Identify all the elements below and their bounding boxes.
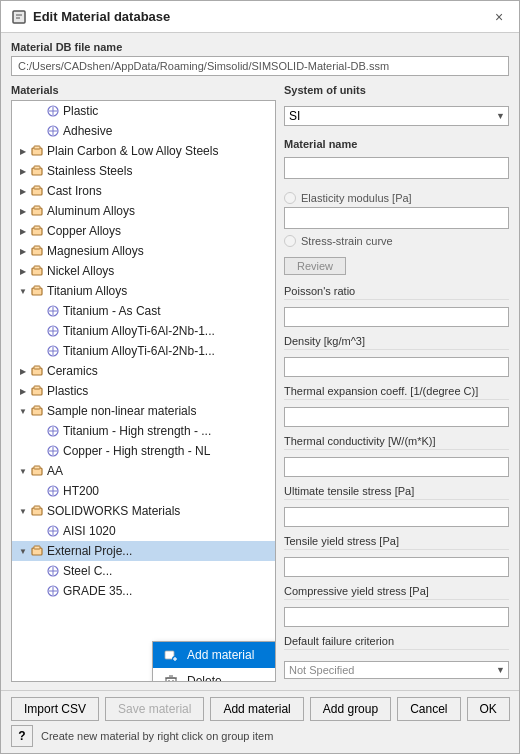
- units-select-wrapper: SI Imperial CGS ▼: [284, 103, 509, 128]
- svg-rect-22: [34, 266, 40, 269]
- materials-label: Materials: [11, 84, 276, 96]
- tree-item-label: Stainless Steels: [47, 164, 132, 178]
- elasticity-radio-group: Elasticity modulus [Pa] Stress-strain cu…: [284, 192, 509, 247]
- tree-item-sample-nonlinear[interactable]: ▼ Sample non-linear materials: [12, 401, 275, 421]
- expand-icon: ▶: [16, 164, 30, 178]
- units-row: System of units: [284, 84, 509, 96]
- expand-icon: ▶: [16, 264, 30, 278]
- tree-item-label: Nickel Alloys: [47, 264, 114, 278]
- help-button[interactable]: ?: [11, 725, 33, 747]
- expand-icon: ▼: [16, 284, 30, 298]
- mat-name-input[interactable]: [284, 157, 509, 179]
- tree-item-titanium-as-cast[interactable]: Titanium - As Cast: [12, 301, 275, 321]
- add-group-button[interactable]: Add group: [310, 697, 391, 721]
- elasticity-radio[interactable]: [284, 192, 296, 204]
- units-select[interactable]: SI Imperial CGS: [284, 106, 509, 126]
- edit-material-dialog: Edit Material database × Material DB fil…: [0, 0, 520, 754]
- close-button[interactable]: ×: [489, 7, 509, 27]
- tree-item-magnesium[interactable]: ▶ Magnesium Alloys: [12, 241, 275, 261]
- bottom-bar: Import CSV Save material Add material Ad…: [1, 690, 519, 753]
- tree-item-aa[interactable]: ▼ AA: [12, 461, 275, 481]
- tree-item-grade35[interactable]: GRADE 35...: [12, 581, 275, 601]
- tree-item-plain-carbon[interactable]: ▶ Plain Carbon & Low Alloy Steels: [12, 141, 275, 161]
- group-icon: [30, 384, 44, 398]
- svg-rect-37: [34, 386, 40, 389]
- expand-icon: ▶: [16, 384, 30, 398]
- import-csv-button[interactable]: Import CSV: [11, 697, 99, 721]
- title-bar-left: Edit Material database: [11, 9, 170, 25]
- tree-item-label: Aluminum Alloys: [47, 204, 135, 218]
- tree-item-copper[interactable]: ▶ Copper Alloys: [12, 221, 275, 241]
- svg-rect-52: [34, 506, 40, 509]
- group-icon: [30, 244, 44, 258]
- expand-icon: [32, 584, 46, 598]
- svg-rect-18: [34, 226, 40, 229]
- expand-icon: ▶: [16, 244, 30, 258]
- compressive-input[interactable]: [284, 607, 509, 627]
- svg-rect-24: [34, 286, 40, 289]
- dialog-icon: [11, 9, 27, 25]
- ok-button[interactable]: OK: [467, 697, 510, 721]
- group-icon: [30, 264, 44, 278]
- tree-item-nickel[interactable]: ▶ Nickel Alloys: [12, 261, 275, 281]
- ctx-add-material[interactable]: Add material: [153, 642, 276, 668]
- tree-item-cast-irons[interactable]: ▶ Cast Irons: [12, 181, 275, 201]
- tree-item-label: External Proje...: [47, 544, 132, 558]
- tree-item-label: GRADE 35...: [63, 584, 132, 598]
- tree-item-adhesive[interactable]: Adhesive: [12, 121, 275, 141]
- material-icon: [46, 124, 60, 138]
- expand-icon: [32, 124, 46, 138]
- tree-item-ceramics[interactable]: ▶ Ceramics: [12, 361, 275, 381]
- svg-rect-20: [34, 246, 40, 249]
- material-icon: [46, 344, 60, 358]
- ctx-delete[interactable]: Delete: [153, 668, 276, 682]
- group-icon: [30, 164, 44, 178]
- tree-item-titanium-6al-2[interactable]: Titanium AlloyTi-6Al-2Nb-1...: [12, 341, 275, 361]
- tree-item-plastics[interactable]: ▶ Plastics: [12, 381, 275, 401]
- stress-strain-label: Stress-strain curve: [301, 235, 393, 247]
- review-button[interactable]: Review: [284, 257, 346, 275]
- tree-item-steel-c[interactable]: Steel C...: [12, 561, 275, 581]
- expand-icon: [32, 304, 46, 318]
- expand-icon: ▶: [16, 364, 30, 378]
- tree-item-solidworks[interactable]: ▼ SOLIDWORKS Materials: [12, 501, 275, 521]
- left-panel: Materials Plastic: [11, 84, 276, 682]
- tree-item-label: Titanium - As Cast: [63, 304, 161, 318]
- compressive-label: Compressive yield stress [Pa]: [284, 585, 509, 600]
- material-icon: [46, 444, 60, 458]
- tree-item-titanium-high[interactable]: Titanium - High strength - ...: [12, 421, 275, 441]
- tree-container[interactable]: Plastic Adhesive ▶: [11, 100, 276, 682]
- group-icon: [30, 184, 44, 198]
- ultimate-input[interactable]: [284, 507, 509, 527]
- density-input[interactable]: [284, 357, 509, 377]
- tree-item-aluminum[interactable]: ▶ Aluminum Alloys: [12, 201, 275, 221]
- material-icon: [46, 324, 60, 338]
- expand-icon: ▶: [16, 224, 30, 238]
- expand-icon: [32, 564, 46, 578]
- ultimate-label: Ultimate tensile stress [Pa]: [284, 485, 509, 500]
- help-row: ? Create new material by right click on …: [11, 725, 509, 747]
- tree-item-titanium-6al-1[interactable]: Titanium AlloyTi-6Al-2Nb-1...: [12, 321, 275, 341]
- failure-select[interactable]: Not Specified: [284, 661, 509, 679]
- thermal-cond-input[interactable]: [284, 457, 509, 477]
- context-menu: Add material Delete Rename: [152, 641, 276, 682]
- tree-item-label: Copper Alloys: [47, 224, 121, 238]
- tree-item-plastic[interactable]: Plastic: [12, 101, 275, 121]
- tree-item-copper-high[interactable]: Copper - High strength - NL: [12, 441, 275, 461]
- material-icon: [46, 584, 60, 598]
- tree-item-titanium[interactable]: ▼ Titanium Alloys: [12, 281, 275, 301]
- tensile-input[interactable]: [284, 557, 509, 577]
- cancel-button[interactable]: Cancel: [397, 697, 460, 721]
- tree-item-ht200[interactable]: HT200: [12, 481, 275, 501]
- tree-item-stainless[interactable]: ▶ Stainless Steels: [12, 161, 275, 181]
- tree-item-aisi1020[interactable]: AISI 1020: [12, 521, 275, 541]
- elasticity-input[interactable]: [284, 207, 509, 229]
- main-panels: Materials Plastic: [11, 84, 509, 682]
- thermal-exp-input[interactable]: [284, 407, 509, 427]
- add-material-button[interactable]: Add material: [210, 697, 303, 721]
- tree-item-external-proj[interactable]: ▼ External Proje...: [12, 541, 275, 561]
- poisson-input[interactable]: [284, 307, 509, 327]
- expand-icon: ▶: [16, 204, 30, 218]
- stress-strain-radio[interactable]: [284, 235, 296, 247]
- save-material-button[interactable]: Save material: [105, 697, 204, 721]
